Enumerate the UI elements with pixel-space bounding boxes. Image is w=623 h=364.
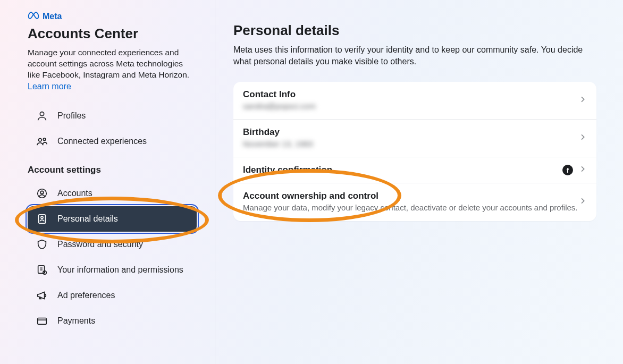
row-contact-info[interactable]: Contact Info sandra@popsci.com xyxy=(233,82,596,119)
personal-details-icon xyxy=(36,213,48,225)
sidebar-item-label: Personal details xyxy=(57,214,188,224)
sidebar-item-label: Payments xyxy=(57,316,188,326)
sidebar-item-password-security[interactable]: Password and security xyxy=(28,232,197,257)
chevron-right-icon xyxy=(578,133,587,143)
sidebar-item-connected-experiences[interactable]: Connected experiences xyxy=(28,129,197,154)
row-account-ownership[interactable]: Account ownership and control Manage you… xyxy=(233,183,596,221)
row-title: Account ownership and control xyxy=(243,191,578,201)
svg-point-2 xyxy=(43,138,46,141)
page-title: Personal details xyxy=(233,22,596,39)
svg-point-6 xyxy=(41,216,43,218)
meta-logo-icon xyxy=(28,12,39,21)
sidebar-item-label: Connected experiences xyxy=(57,137,188,146)
sidebar-item-label: Profiles xyxy=(57,111,188,121)
megaphone-icon xyxy=(36,290,48,301)
brand-name: Meta xyxy=(43,12,62,21)
accounts-icon xyxy=(36,188,48,199)
sidebar-item-accounts[interactable]: Accounts xyxy=(28,181,197,206)
sidebar-item-ad-preferences[interactable]: Ad preferences xyxy=(28,283,197,308)
sidebar-description: Manage your connected experiences and ac… xyxy=(28,47,197,81)
connected-icon xyxy=(36,136,48,147)
card-icon xyxy=(36,315,48,327)
sidebar-title: Accounts Center xyxy=(28,26,197,42)
row-title: Identity confirmation xyxy=(243,165,562,175)
sidebar-item-profiles[interactable]: Profiles xyxy=(28,103,197,129)
shield-icon xyxy=(36,239,48,250)
learn-more-link[interactable]: Learn more xyxy=(28,82,71,91)
profile-icon xyxy=(36,110,48,122)
account-settings-heading: Account settings xyxy=(28,165,197,175)
brand: Meta xyxy=(28,12,197,21)
chevron-right-icon xyxy=(578,165,587,175)
sidebar: Meta Accounts Center Manage your connect… xyxy=(0,0,215,364)
svg-point-4 xyxy=(40,191,44,194)
chevron-right-icon xyxy=(578,197,587,207)
info-permissions-icon xyxy=(36,264,48,276)
sidebar-item-label: Accounts xyxy=(57,189,188,198)
chevron-right-icon xyxy=(578,95,587,106)
svg-point-0 xyxy=(40,112,44,115)
row-subtitle: sandra@popsci.com xyxy=(243,101,578,112)
main-content: Personal details Meta uses this informat… xyxy=(215,0,623,364)
row-birthday[interactable]: Birthday November 13, 1983 xyxy=(233,119,596,157)
sidebar-item-label: Ad preferences xyxy=(57,291,188,300)
row-subtitle: Manage your data, modify your legacy con… xyxy=(243,202,578,213)
row-identity-confirmation[interactable]: Identity confirmation f xyxy=(233,157,596,183)
sidebar-item-label: Password and security xyxy=(57,240,188,249)
sidebar-item-payments[interactable]: Payments xyxy=(28,308,197,334)
page-description: Meta uses this information to verify you… xyxy=(233,44,596,68)
svg-rect-9 xyxy=(38,318,47,324)
sidebar-item-personal-details[interactable]: Personal details xyxy=(28,206,197,232)
sidebar-item-label: Your information and permissions xyxy=(57,265,188,275)
row-title: Contact Info xyxy=(243,89,578,100)
sidebar-item-info-permissions[interactable]: Your information and permissions xyxy=(28,257,197,283)
svg-point-1 xyxy=(39,138,42,141)
row-title: Birthday xyxy=(243,127,578,138)
facebook-badge-icon: f xyxy=(562,165,573,175)
row-subtitle: November 13, 1983 xyxy=(243,139,578,149)
personal-details-card: Contact Info sandra@popsci.com Birthday … xyxy=(233,82,596,221)
